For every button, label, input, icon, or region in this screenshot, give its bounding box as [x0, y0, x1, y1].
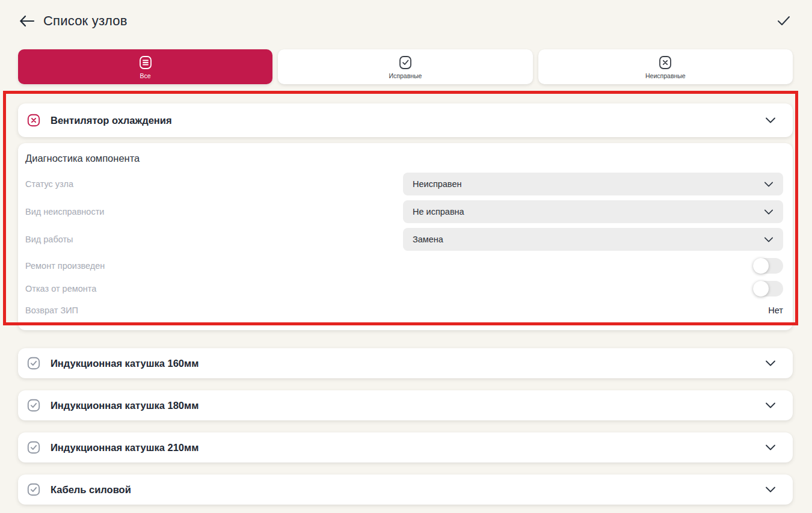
fault-type-select[interactable]: Не исправна	[403, 200, 783, 223]
node-title: Индукционная катушка 180мм	[51, 400, 198, 411]
field-row-repair-done: Ремонт произведен	[25, 256, 783, 276]
field-row-repair-refused: Отказ от ремонта	[25, 278, 783, 299]
chevron-down-icon	[764, 209, 774, 215]
chevron-down-icon	[764, 236, 774, 243]
chevron-down-icon	[765, 402, 776, 409]
toggle-knob	[753, 281, 769, 296]
accordion-header-power-cable[interactable]: Кабель силовой	[18, 475, 793, 505]
diagnostics-panel: Диагностика компонента Статус узла Неисп…	[18, 143, 793, 330]
list-icon	[138, 55, 153, 70]
tab-faulty-label: Неисправные	[645, 72, 686, 79]
back-arrow-icon[interactable]	[18, 12, 36, 30]
tab-faulty[interactable]: Неисправные	[538, 49, 793, 84]
repair-done-label: Ремонт произведен	[25, 261, 753, 271]
status-label: Статус узла	[25, 179, 403, 189]
accordion-header-coil-180[interactable]: Индукционная катушка 180мм	[18, 390, 793, 420]
tab-working-label: Исправные	[389, 72, 422, 79]
chevron-down-icon	[765, 117, 776, 124]
toggle-knob	[753, 258, 769, 274]
chevron-down-icon	[765, 486, 776, 493]
repair-refused-label: Отказ от ремонта	[25, 284, 753, 293]
check-square-icon	[398, 55, 413, 70]
zip-return-label: Возврат ЗИП	[25, 306, 768, 315]
field-row-fault-type: Вид неисправности Не исправна	[25, 200, 783, 223]
ok-check-square-icon	[26, 356, 41, 370]
work-type-label: Вид работы	[25, 235, 403, 244]
accordion-header-coil-210[interactable]: Индукционная катушка 210мм	[18, 432, 793, 462]
page-title: Список узлов	[43, 13, 128, 29]
tab-all[interactable]: Все	[18, 49, 272, 84]
tab-working[interactable]: Исправные	[278, 49, 532, 84]
faulty-x-square-icon	[26, 113, 41, 127]
status-select-value: Неисправен	[413, 179, 461, 189]
chevron-down-icon	[764, 181, 774, 188]
confirm-check-icon[interactable]	[774, 11, 794, 31]
field-row-status: Статус узла Неисправен	[25, 173, 783, 195]
field-row-zip-return: Возврат ЗИП Нет	[25, 301, 783, 319]
accordion-header-coil-160[interactable]: Индукционная катушка 160мм	[18, 348, 793, 378]
node-title: Вентилятор охлаждения	[51, 115, 172, 126]
repair-refused-toggle[interactable]	[753, 281, 783, 296]
field-row-work-type: Вид работы Замена	[25, 228, 783, 251]
node-title: Кабель силовой	[51, 484, 131, 496]
tab-all-label: Все	[140, 72, 151, 79]
chevron-down-icon	[765, 360, 776, 367]
fault-type-select-value: Не исправна	[413, 207, 464, 217]
status-select[interactable]: Неисправен	[403, 173, 783, 195]
filter-tabs: Все Исправные Неисправные	[18, 49, 793, 84]
ok-check-square-icon	[26, 482, 41, 497]
x-square-icon	[657, 55, 673, 70]
ok-check-square-icon	[26, 398, 41, 413]
node-title: Индукционная катушка 210мм	[51, 442, 198, 453]
work-type-select[interactable]: Замена	[403, 228, 783, 251]
zip-return-value: Нет	[768, 306, 783, 315]
accordion-header-cooling-fan[interactable]: Вентилятор охлаждения	[18, 103, 793, 137]
repair-done-toggle[interactable]	[753, 258, 783, 274]
ok-check-square-icon	[26, 440, 41, 455]
work-type-select-value: Замена	[413, 235, 443, 244]
header: Список узлов	[0, 0, 812, 42]
node-title: Индукционная катушка 160мм	[51, 358, 198, 369]
fault-type-label: Вид неисправности	[25, 207, 403, 217]
section-title: Диагностика компонента	[25, 153, 783, 164]
chevron-down-icon	[765, 444, 776, 451]
